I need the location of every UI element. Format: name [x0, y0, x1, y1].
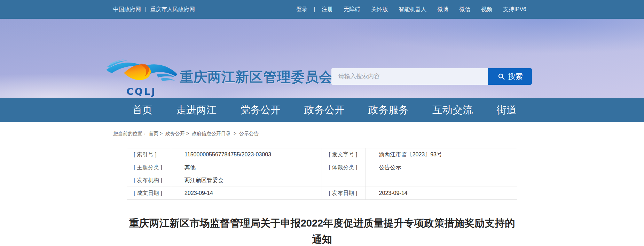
table-row: [ 索引号 ] 115000005567784755/2023-03003 [ …: [127, 148, 517, 161]
top-utility-bar: 中国政府网 重庆市人民政府网 登录 注册 无障碍 关怀版 智能机器人 微博 微信…: [0, 0, 644, 19]
nav-item-interaction[interactable]: 互动交流: [432, 103, 473, 117]
link-register[interactable]: 注册: [322, 6, 333, 13]
link-login[interactable]: 登录: [296, 6, 307, 13]
search-button[interactable]: 搜索: [488, 68, 532, 85]
search-input[interactable]: [331, 68, 488, 85]
breadcrumb-separator: >: [186, 131, 189, 136]
meta-value-written-date: 2023-09-14: [171, 187, 322, 200]
link-video[interactable]: 视频: [481, 6, 492, 13]
table-row: [ 主题分类 ] 其他 [ 体裁分类 ] 公告公示: [127, 161, 517, 174]
search-button-label: 搜索: [508, 72, 523, 81]
breadcrumb-separator: >: [234, 131, 236, 136]
meta-value-topic-class: 其他: [171, 161, 322, 174]
nav-item-gov-affairs[interactable]: 政务公开: [304, 103, 345, 117]
link-weibo[interactable]: 微博: [437, 6, 448, 13]
meta-label-written-date: [ 成文日期 ]: [127, 187, 171, 200]
nav-item-about-liangjiang[interactable]: 走进两江: [176, 103, 217, 117]
breadcrumb-gov-affairs[interactable]: 政务公开: [165, 131, 185, 136]
breadcrumb-home[interactable]: 首页: [149, 131, 158, 136]
gov-links: 中国政府网 重庆市人民政府网: [113, 6, 195, 13]
site-logo[interactable]: CQLJ: [104, 59, 178, 97]
breadcrumb-prefix: 您当前的位置：: [113, 131, 147, 136]
doc-meta-table: [ 索引号 ] 115000005567784755/2023-03003 [ …: [127, 148, 517, 200]
site-header: CQLJ 重庆两江新区管理委员会 搜索: [0, 19, 644, 98]
nav-item-party-affairs[interactable]: 党务公开: [240, 103, 281, 117]
meta-value-index-no: 115000005567784755/2023-03003: [171, 148, 322, 161]
meta-value-publisher: 两江新区管委会: [171, 174, 322, 187]
site-title: 重庆两江新区管理委员会: [180, 68, 333, 87]
breadcrumb: 您当前的位置： 首页> 政务公开> 政府信息公开目录 > 公示公告: [113, 122, 531, 137]
breadcrumb-notices[interactable]: 公示公告: [239, 131, 259, 136]
article-title: 重庆两江新区市场监督管理局关于申报2022年度促进质量提升专项政策措施奖励支持的…: [125, 215, 520, 246]
table-row: [ 成文日期 ] 2023-09-14 [ 发布日期 ] 2023-09-14: [127, 187, 517, 200]
search-bar: 搜索: [331, 68, 532, 85]
breadcrumb-separator: >: [160, 131, 163, 136]
link-chongqing-gov[interactable]: 重庆市人民政府网: [150, 6, 195, 13]
meta-value-empty: [366, 174, 517, 187]
meta-label-topic-class: [ 主题分类 ]: [127, 161, 171, 174]
breadcrumb-info-catalog[interactable]: 政府信息公开目录: [192, 131, 231, 136]
main-nav: 首页 走进两江 党务公开 政务公开 政务服务 互动交流 街道: [0, 98, 644, 122]
meta-label-publisher: [ 发布机构 ]: [127, 174, 171, 187]
link-wechat[interactable]: 微信: [459, 6, 470, 13]
divider: [146, 7, 146, 12]
meta-label-publish-date: [ 发布日期 ]: [322, 187, 366, 200]
link-accessibility[interactable]: 无障碍: [344, 6, 360, 13]
nav-item-streets[interactable]: 街道: [496, 103, 517, 117]
link-ipv6[interactable]: 支持IPV6: [503, 6, 526, 13]
divider: [314, 7, 315, 12]
utility-links: 登录 注册 无障碍 关怀版 智能机器人 微博 微信 视频 支持IPV6: [296, 6, 526, 13]
meta-label-empty: [322, 174, 366, 187]
table-row: [ 发布机构 ] 两江新区管委会: [127, 174, 517, 187]
nav-item-home[interactable]: 首页: [132, 103, 152, 117]
meta-value-publish-date: 2023-09-14: [366, 187, 517, 200]
page-content: 您当前的位置： 首页> 政务公开> 政府信息公开目录 > 公示公告 [ 索引号 …: [0, 122, 644, 246]
meta-value-genre-class: 公告公示: [366, 161, 517, 174]
link-china-gov[interactable]: 中国政府网: [113, 6, 141, 13]
meta-label-doc-no: [ 发文字号 ]: [322, 148, 366, 161]
meta-label-index-no: [ 索引号 ]: [127, 148, 171, 161]
link-chatbot[interactable]: 智能机器人: [399, 6, 426, 13]
meta-value-doc-no: 渝两江市监〔2023〕93号: [366, 148, 517, 161]
meta-label-genre-class: [ 体裁分类 ]: [322, 161, 366, 174]
search-icon: [497, 73, 505, 80]
link-care-version[interactable]: 关怀版: [371, 6, 388, 13]
nav-item-gov-services[interactable]: 政务服务: [368, 103, 409, 117]
